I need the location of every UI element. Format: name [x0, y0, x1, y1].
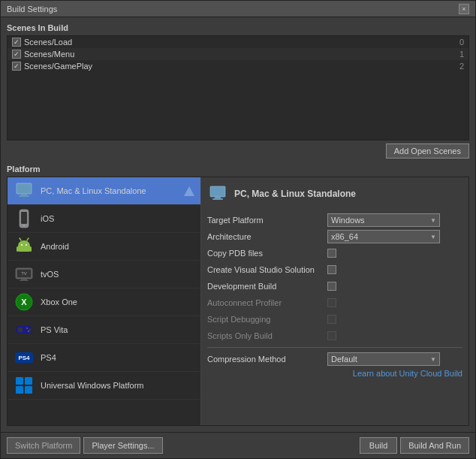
script-debug-row: Script Debugging — [207, 313, 462, 326]
scripts-only-row: Scripts Only Build — [207, 329, 462, 343]
platform-list: PC, Mac & Linux Standalone — [8, 177, 201, 425]
title-bar: Build Settings × — [1, 1, 475, 17]
autoconnect-label: Autoconnect Profiler — [207, 298, 327, 307]
scene-checkbox-gameplay[interactable]: ✓ — [12, 62, 21, 71]
platform-item-uwp[interactable]: Universal Windows Platform — [8, 372, 200, 400]
scene-checkbox-load[interactable]: ✓ — [12, 38, 21, 47]
settings-platform-title: PC, Mac & Linux Standalone — [234, 189, 356, 199]
scripts-only-label: Scripts Only Build — [207, 331, 327, 340]
scenes-header: Scenes In Build — [7, 23, 469, 32]
platform-label: Platform — [7, 165, 469, 174]
svg-rect-30 — [16, 377, 23, 385]
architecture-row: Architecture x86_64 ▼ — [207, 230, 462, 243]
bottom-bar: Switch Platform Player Settings... Build… — [1, 432, 475, 458]
platform-item-ios[interactable]: iOS — [8, 205, 200, 233]
create-vs-label: Create Visual Studio Solution — [207, 265, 327, 274]
platform-name-uwp: Universal Windows Platform — [41, 381, 194, 390]
scene-number-load: 0 — [459, 38, 464, 47]
compression-dropdown[interactable]: Default ▼ — [327, 352, 440, 366]
scene-item-load[interactable]: ✓ Scenes/Load 0 — [8, 36, 468, 48]
svg-point-27 — [28, 331, 29, 332]
svg-line-12 — [27, 238, 29, 240]
svg-point-26 — [26, 328, 28, 329]
build-and-run-button[interactable]: Build And Run — [400, 437, 469, 454]
dev-build-row: Development Build — [207, 279, 462, 293]
platform-name-xbox: Xbox One — [41, 297, 194, 307]
create-vs-row: Create Visual Studio Solution — [207, 263, 462, 276]
svg-rect-33 — [25, 386, 32, 394]
xbox-icon: X — [14, 291, 35, 313]
create-vs-checkbox[interactable] — [327, 265, 336, 274]
target-platform-dropdown[interactable]: Windows ▼ — [327, 213, 440, 227]
main-content: Scenes In Build ✓ Scenes/Load 0 ✓ Scenes… — [1, 17, 475, 432]
target-platform-value: Windows — [331, 216, 365, 225]
copy-pdb-checkbox[interactable] — [327, 249, 336, 258]
svg-text:X: X — [21, 297, 27, 307]
scene-item-menu[interactable]: ✓ Scenes/Menu 1 — [8, 48, 468, 60]
svg-text:TV: TV — [21, 271, 27, 276]
compression-label: Compression Method — [207, 355, 327, 364]
svg-point-6 — [23, 225, 25, 226]
svg-rect-0 — [17, 183, 32, 194]
android-icon — [14, 236, 35, 257]
platform-item-tvos[interactable]: TV tvOS — [8, 261, 200, 288]
architecture-dropdown[interactable]: x86_64 ▼ — [327, 230, 440, 243]
player-settings-button[interactable]: Player Settings... — [83, 437, 162, 454]
svg-rect-2 — [19, 195, 29, 197]
platform-selected-icon — [184, 186, 194, 196]
compression-value: Default — [331, 355, 357, 364]
scene-checkbox-menu[interactable]: ✓ — [12, 50, 21, 59]
build-button[interactable]: Build — [360, 437, 397, 454]
copy-pdb-row: Copy PDB files — [207, 246, 462, 260]
close-button[interactable]: × — [459, 4, 469, 14]
dev-build-checkbox[interactable] — [327, 282, 336, 291]
svg-rect-32 — [16, 386, 23, 394]
svg-marker-3 — [184, 186, 194, 196]
switch-platform-button[interactable]: Switch Platform — [7, 437, 80, 454]
platform-name-ios: iOS — [41, 214, 194, 223]
platform-name-psvita: PS Vita — [41, 325, 194, 334]
scene-name-load: Scenes/Load — [24, 38, 72, 47]
platform-name-android: Android — [41, 242, 194, 251]
svg-rect-18 — [21, 279, 27, 280]
tvos-icon: TV — [14, 264, 35, 285]
uwp-icon — [14, 375, 35, 396]
svg-rect-14 — [29, 246, 32, 252]
scene-name-gameplay: Scenes/GamePlay — [24, 62, 92, 71]
cloud-build-link[interactable]: Learn about Unity Cloud Build — [353, 369, 462, 378]
svg-rect-35 — [215, 197, 221, 198]
window-title: Build Settings — [7, 5, 57, 14]
bottom-right-buttons: Build Build And Run — [360, 437, 469, 454]
architecture-arrow: ▼ — [430, 234, 436, 240]
platform-settings-panel: PC, Mac & Linux Standalone Target Platfo… — [201, 177, 468, 425]
script-debug-checkbox — [327, 315, 336, 324]
svg-point-10 — [26, 244, 27, 246]
add-open-scenes-button[interactable]: Add Open Scenes — [386, 143, 469, 159]
platform-item-ps4[interactable]: PS4 PS4 — [8, 344, 200, 372]
platform-name-pc: PC, Mac & Linux Standalone — [41, 186, 178, 195]
svg-rect-24 — [18, 328, 23, 332]
svg-rect-8 — [18, 246, 30, 252]
target-platform-row: Target Platform Windows ▼ — [207, 213, 462, 227]
dev-build-label: Development Build — [207, 282, 327, 291]
copy-pdb-label: Copy PDB files — [207, 249, 327, 258]
svg-rect-36 — [212, 198, 223, 200]
svg-line-11 — [20, 238, 21, 240]
platform-item-android[interactable]: Android — [8, 233, 200, 261]
svg-rect-13 — [17, 246, 19, 252]
platform-item-pc[interactable]: PC, Mac & Linux Standalone — [8, 177, 200, 205]
compression-row: Compression Method Default ▼ — [207, 352, 462, 366]
scene-number-gameplay: 2 — [459, 62, 464, 71]
platform-content: PC, Mac & Linux Standalone — [7, 177, 469, 426]
platform-item-xbox[interactable]: X Xbox One — [8, 288, 200, 316]
scene-item-gameplay[interactable]: ✓ Scenes/GamePlay 2 — [8, 60, 468, 72]
platform-item-psvita[interactable]: PS Vita — [8, 316, 200, 344]
psvita-icon — [14, 319, 35, 340]
target-platform-arrow: ▼ — [430, 217, 436, 224]
scene-name-menu: Scenes/Menu — [24, 50, 74, 59]
platform-name-tvos: tvOS — [41, 270, 194, 279]
svg-point-9 — [21, 244, 23, 246]
svg-rect-19 — [20, 280, 29, 281]
svg-rect-34 — [210, 186, 225, 197]
autoconnect-checkbox — [327, 298, 336, 307]
